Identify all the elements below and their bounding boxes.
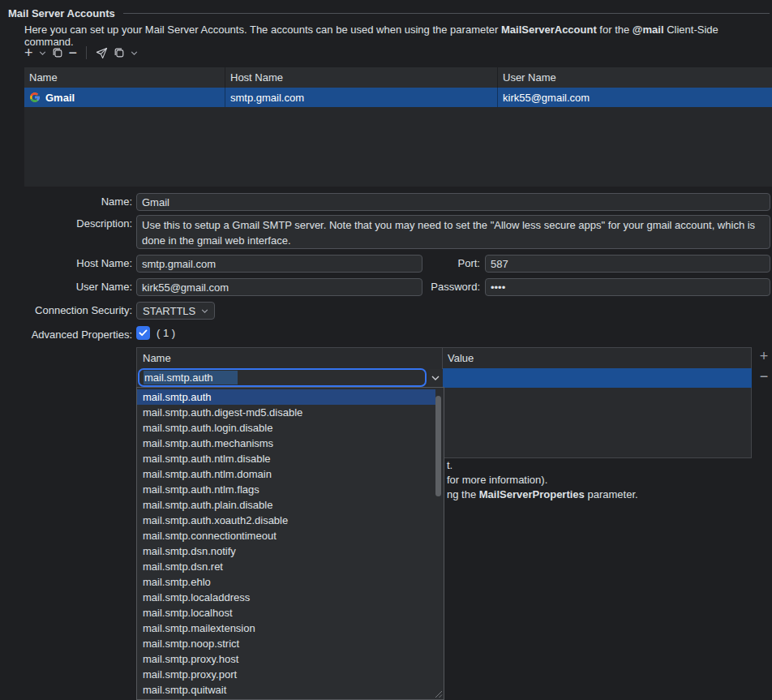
dropdown-item[interactable]: mail.smtp.mailextension	[137, 621, 444, 636]
password-label: Password:	[348, 278, 480, 296]
property-value-cell[interactable]	[443, 368, 752, 388]
accounts-toolbar: + −	[24, 43, 138, 62]
name-label: Name:	[0, 193, 132, 211]
column-header-name[interactable]: Name	[24, 67, 225, 88]
connection-security-value: STARTTLS	[143, 305, 195, 317]
mail-server-accounts-panel: Mail Server Accounts Here you can set up…	[0, 0, 772, 700]
port-label: Port:	[348, 255, 480, 273]
dropdown-item[interactable]: mail.smtp.ehlo	[137, 574, 444, 590]
account-row-gmail[interactable]: Gmail smtp.gmail.com kirk55@gmail.com	[24, 88, 772, 107]
description-bold-parameter: MailServerAccount	[501, 24, 597, 36]
resize-grip-icon[interactable]	[434, 689, 443, 698]
copy-options-chevron[interactable]	[131, 45, 138, 61]
help-text-part: ng the	[447, 488, 479, 500]
dropdown-item[interactable]: mail.smtp.auth	[137, 389, 435, 405]
title-divider	[123, 13, 770, 14]
property-name-editor-text: mail.smtp.auth	[144, 371, 238, 384]
dropdown-item[interactable]: mail.smtp.auth.ntlm.disable	[137, 451, 444, 466]
remove-property-button[interactable]: −	[757, 371, 771, 385]
account-name-cell: Gmail	[24, 88, 225, 107]
send-test-mail-button[interactable]	[96, 45, 108, 61]
google-logo-icon	[29, 92, 41, 103]
copy-icon	[52, 47, 63, 58]
dropdown-item[interactable]: mail.smtp.noop.strict	[137, 636, 444, 651]
chevron-down-icon	[131, 51, 138, 55]
property-name-combobox-button[interactable]	[427, 369, 443, 386]
dropdown-item[interactable]: mail.smtp.connectiontimeout	[137, 528, 444, 543]
dropdown-item[interactable]: mail.smtp.proxy.port	[137, 667, 444, 682]
dropdown-item[interactable]: mail.smtp.quitwait	[137, 682, 444, 698]
property-name-combobox[interactable]: mail.smtp.auth	[138, 368, 427, 387]
dropdown-item[interactable]: mail.smtp.localaddress	[137, 590, 444, 605]
copy-options-button[interactable]	[114, 45, 125, 61]
column-header-user-name[interactable]: User Name	[497, 67, 772, 88]
chevron-down-icon	[39, 51, 46, 55]
accounts-table: Name Host Name User Name Gmail smtp.gmai…	[24, 67, 772, 187]
plus-icon: +	[24, 45, 33, 60]
page-title: Mail Server Accounts	[8, 7, 115, 19]
help-text-fragment: t.	[447, 459, 452, 471]
account-user-cell: kirk55@gmail.com	[497, 88, 772, 107]
user-name-label: User Name:	[0, 278, 132, 296]
properties-table-header: Name Value	[137, 348, 751, 369]
description-part: for the	[597, 24, 633, 36]
advanced-properties-checkbox[interactable]	[136, 326, 150, 340]
dropdown-item[interactable]: mail.smtp.auth.ntlm.flags	[137, 482, 444, 497]
advanced-properties-count: ( 1 )	[157, 326, 175, 340]
dropdown-item[interactable]: mail.smtp.auth.digest-md5.disable	[137, 405, 444, 420]
send-icon	[96, 47, 108, 59]
property-name-dropdown: mail.smtp.authmail.smtp.auth.digest-md5.…	[136, 387, 444, 700]
add-account-chevron[interactable]	[39, 45, 46, 61]
dropdown-item[interactable]: mail.smtp.dsn.ret	[137, 559, 444, 574]
add-account-button[interactable]: +	[24, 45, 33, 61]
help-text-fragment: ng the MailServerProperties parameter.	[447, 488, 638, 500]
dropdown-item[interactable]: mail.smtp.proxy.host	[137, 651, 444, 667]
dropdown-item[interactable]: mail.smtp.auth.ntlm.domain	[137, 466, 444, 482]
column-header-host-name[interactable]: Host Name	[225, 67, 497, 88]
copy-icon	[114, 47, 125, 58]
dropdown-item[interactable]: mail.smtp.dsn.notify	[137, 543, 444, 559]
connection-security-select[interactable]: STARTTLS	[136, 302, 215, 320]
chevron-down-icon	[431, 376, 440, 380]
help-text-fragment: for more information).	[447, 474, 547, 486]
chevron-down-icon	[201, 309, 208, 313]
account-host-cell: smtp.gmail.com	[225, 88, 497, 107]
remove-account-button[interactable]: −	[69, 45, 78, 61]
description-label: Description:	[0, 215, 132, 233]
dropdown-scrollbar-thumb[interactable]	[435, 396, 441, 496]
host-name-label: Host Name:	[0, 255, 132, 273]
dropdown-item[interactable]: mail.smtp.auth.mechanisms	[137, 436, 444, 451]
description-bold-command: @mail	[633, 24, 664, 36]
toolbar-separator	[86, 46, 87, 59]
dropdown-item[interactable]: mail.smtp.auth.login.disable	[137, 420, 444, 436]
port-input[interactable]	[485, 255, 770, 273]
dropdown-item[interactable]: mail.smtp.auth.plain.disable	[137, 497, 444, 513]
dropdown-item[interactable]: mail.smtp.localhost	[137, 605, 444, 621]
duplicate-account-button[interactable]	[52, 45, 63, 61]
help-text-part: parameter.	[585, 488, 638, 500]
properties-column-value[interactable]: Value	[443, 348, 751, 369]
description-part: Here you can set up your Mail Server Acc…	[24, 24, 501, 36]
add-property-button[interactable]: +	[757, 349, 771, 363]
connection-security-label: Connection Security:	[0, 302, 132, 320]
name-input[interactable]	[136, 193, 770, 211]
properties-column-name[interactable]: Name	[137, 348, 443, 369]
description-input[interactable]: Use this to setup a Gmail SMTP server. N…	[136, 215, 770, 249]
dropdown-item[interactable]: mail.smtp.auth.xoauth2.disable	[137, 513, 444, 528]
minus-icon: −	[69, 45, 78, 60]
section-header: Mail Server Accounts	[8, 7, 770, 19]
account-name: Gmail	[45, 92, 75, 104]
password-input[interactable]	[485, 278, 770, 296]
advanced-properties-label: Advanced Properties:	[0, 326, 132, 344]
accounts-table-header: Name Host Name User Name	[24, 67, 772, 88]
help-text-bold-parameter: MailServerProperties	[479, 488, 585, 500]
checkmark-icon	[139, 329, 148, 337]
